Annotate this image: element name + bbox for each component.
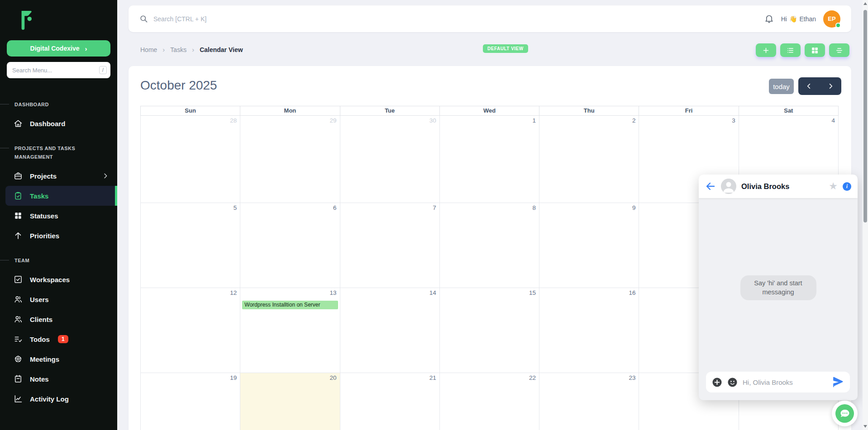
sidebar-item-clients[interactable]: Clients (0, 309, 117, 329)
plus-icon (762, 47, 770, 54)
breadcrumb-tasks[interactable]: Tasks (170, 46, 186, 53)
scrollbar-thumb[interactable] (863, 10, 867, 222)
calendar-day-cell[interactable]: 20 (240, 373, 340, 430)
chat-message-input[interactable] (743, 378, 827, 386)
back-arrow-icon[interactable] (705, 181, 716, 192)
sidebar-item-activity-log[interactable]: Activity Log (0, 389, 117, 409)
board-view-button[interactable] (805, 43, 825, 57)
section-title: DASHBOARD (14, 100, 49, 109)
section-divider (0, 104, 9, 104)
breadcrumb: Home › Tasks › Calendar View (140, 46, 243, 53)
chevron-right-icon (102, 172, 109, 180)
sidebar-item-label: Todos (30, 335, 50, 343)
calendar-day-cell[interactable]: 8 (439, 203, 539, 288)
calendar-day-cell[interactable]: 23 (539, 373, 639, 430)
info-icon[interactable]: i (843, 182, 851, 191)
calendar-day-cell[interactable]: 1 (439, 116, 539, 203)
date-number: 5 (234, 204, 237, 211)
scroll-up-arrow[interactable] (863, 2, 867, 5)
calendar-day-cell[interactable]: 30 (340, 116, 439, 203)
date-number: 2 (632, 117, 636, 124)
user-avatar[interactable]: EP (823, 10, 840, 28)
breadcrumb-home[interactable]: Home (140, 46, 157, 53)
timeline-view-button[interactable] (829, 43, 849, 57)
check-square-icon (14, 275, 23, 284)
attach-plus-icon[interactable] (712, 377, 722, 387)
list-view-button[interactable] (780, 43, 801, 57)
calendar-day-cell[interactable]: 2 (539, 116, 639, 203)
active-indicator (115, 186, 117, 206)
calendar-day-cell[interactable]: 9 (539, 203, 639, 288)
calendar-day-cell[interactable]: 13Wordpress Installtion on Server (240, 288, 340, 373)
calendar-day-header-row: SunMonTueWedThuFriSat (141, 106, 839, 116)
date-number: 20 (330, 374, 337, 381)
sidebar-search: / (7, 62, 110, 78)
sidebar-item-meetings[interactable]: Meetings (0, 349, 117, 369)
today-button[interactable]: today (769, 79, 794, 94)
calendar-day-cell[interactable]: 19 (141, 373, 240, 430)
workspace-switcher-button[interactable]: Digital Codexive › (7, 40, 110, 57)
sidebar-nav: DASHBOARDDashboardPROJECTS AND TASKS MAN… (0, 98, 117, 409)
sidebar-item-tasks[interactable]: Tasks (5, 186, 117, 206)
contact-avatar (721, 179, 736, 194)
date-number: 29 (330, 117, 337, 124)
date-number: 6 (333, 204, 337, 211)
chat-fab-button[interactable] (832, 401, 858, 426)
sidebar-item-users[interactable]: Users (0, 289, 117, 309)
sidebar-item-label: Users (30, 296, 49, 303)
calendar-day-cell[interactable]: 29 (240, 116, 340, 203)
search-shortcut-hint: / (99, 66, 107, 74)
sidebar-item-dashboard[interactable]: Dashboard (0, 113, 117, 133)
calendar-day-cell[interactable]: 21 (340, 373, 439, 430)
calendar-day-cell[interactable]: 16 (539, 288, 639, 373)
sidebar-item-workspaces[interactable]: Workspaces (0, 269, 117, 289)
scroll-down-arrow[interactable] (863, 425, 867, 428)
calendar-day-cell[interactable]: 12 (141, 288, 240, 373)
add-task-button[interactable] (756, 43, 776, 57)
section-divider (0, 260, 9, 260)
chat-empty-state: Say 'hi' and start messaging (740, 275, 816, 300)
sidebar-item-statuses[interactable]: Statuses (0, 206, 117, 226)
date-number: 1 (533, 117, 536, 124)
day-header: Wed (439, 106, 539, 116)
wave-emoji: 👋 (789, 15, 797, 23)
sidebar-item-notes[interactable]: Notes (0, 369, 117, 389)
chat-bubble-icon (835, 404, 854, 423)
prev-month-button[interactable] (798, 77, 820, 95)
contact-name: Olivia Brooks (741, 182, 789, 191)
calendar-day-cell[interactable]: 22 (439, 373, 539, 430)
day-header: Thu (539, 106, 639, 116)
sidebar-item-priorities[interactable]: Priorities (0, 226, 117, 246)
next-month-button[interactable] (820, 77, 842, 95)
calendar-day-cell[interactable]: 7 (340, 203, 439, 288)
vertical-scrollbar[interactable] (863, 0, 868, 430)
sidebar-item-todos[interactable]: Todos1 (0, 329, 117, 349)
calendar-day-cell[interactable]: 5 (141, 203, 240, 288)
date-number: 3 (732, 117, 735, 124)
grid-icon (811, 47, 819, 54)
calendar-event[interactable]: Wordpress Installtion on Server (242, 301, 338, 309)
sidebar-item-projects[interactable]: Projects (0, 166, 117, 186)
briefcase-icon (14, 171, 23, 180)
view-toolbar (756, 43, 849, 57)
section-title: TEAM (14, 256, 29, 265)
calendar-day-cell[interactable]: 28 (141, 116, 240, 203)
sidebar-search-input[interactable] (12, 67, 99, 74)
day-header: Mon (240, 106, 340, 116)
date-number: 28 (230, 117, 237, 124)
star-favorite-icon[interactable]: ★ (829, 181, 838, 191)
sidebar-item-label: Notes (30, 375, 49, 383)
default-view-badge: DEFAULT VIEW (483, 44, 528, 53)
chat-input-bar (706, 372, 850, 392)
day-header: Fri (639, 106, 739, 116)
activity-icon (14, 394, 23, 403)
notifications-bell-icon[interactable] (764, 14, 774, 24)
calendar-day-cell[interactable]: 14 (340, 288, 439, 373)
send-icon[interactable] (832, 376, 844, 388)
emoji-icon[interactable] (727, 377, 738, 387)
breadcrumb-separator: › (192, 46, 194, 53)
calendar-day-cell[interactable]: 15 (439, 288, 539, 373)
calendar-day-cell[interactable]: 6 (240, 203, 340, 288)
global-search-input[interactable] (153, 15, 764, 23)
topbar-right: Hi 👋 Ethan EP (764, 10, 840, 28)
